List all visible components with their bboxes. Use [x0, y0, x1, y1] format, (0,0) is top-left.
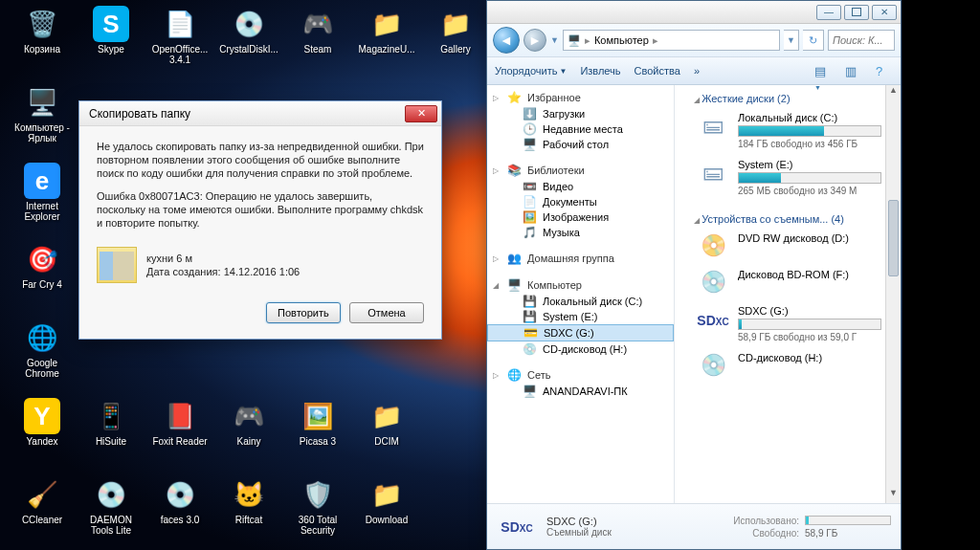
desktop-icon[interactable]: 🎯Far Cry 4 — [8, 241, 77, 314]
drive-item[interactable]: 🖴System (E:)265 МБ свободно из 349 М — [679, 155, 897, 202]
app-icon: 🐱 — [231, 476, 267, 513]
desktop-icon[interactable]: 📄OpenOffice... 3.4.1 — [145, 6, 214, 78]
window-close-button[interactable]: ✕ — [872, 5, 897, 20]
scrollbar[interactable]: ▲ ▼ — [885, 85, 901, 503]
app-icon: 📁 — [368, 398, 405, 434]
navigation-pane: ⭐Избранное ⬇️Загрузки🕒Недавние места🖥️Ра… — [487, 85, 675, 503]
forward-button[interactable]: ► — [523, 29, 546, 52]
app-icon: 📱 — [93, 398, 129, 434]
homegroup-header[interactable]: 👥Домашняя группа — [487, 250, 674, 267]
sidebar-item[interactable]: 🕒Недавние места — [487, 121, 674, 137]
capacity-bar — [738, 172, 881, 184]
sidebar-item[interactable]: 📼Видео — [487, 179, 674, 194]
sidebar-item-label: System (E:) — [543, 311, 597, 322]
refresh-button[interactable]: ↻ — [803, 30, 824, 51]
preview-pane-icon[interactable]: ▥ — [845, 64, 862, 77]
removable-group-header[interactable]: Устройства со съемным... (4) — [679, 211, 897, 229]
sidebar-item[interactable]: 📄Документы — [487, 194, 674, 209]
scroll-up-icon[interactable]: ▲ — [886, 85, 901, 100]
desktop-icon[interactable]: 🌐Google Chrome — [8, 319, 77, 392]
dialog-close-button[interactable]: ✕ — [405, 105, 437, 122]
capacity-bar — [738, 319, 881, 330]
drive-item[interactable]: 🖴Локальный диск (C:)184 ГБ свободно из 4… — [679, 108, 897, 155]
sidebar-item[interactable]: 💾System (E:) — [487, 309, 674, 324]
desktop-icon[interactable]: 📁DCIM — [352, 398, 421, 471]
desktop-icon[interactable]: 🎮Steam — [283, 6, 352, 78]
sidebar-item[interactable]: 🖥️Рабочий стол — [487, 137, 674, 152]
desktop-icon[interactable]: 📁Download — [352, 476, 421, 549]
desktop-icon[interactable]: SSkype — [77, 6, 145, 78]
sidebar-item[interactable]: 💾Локальный диск (C:) — [487, 294, 674, 309]
scroll-down-icon[interactable]: ▼ — [886, 488, 901, 503]
icon-label: Foxit Reader — [152, 436, 207, 447]
app-icon: 🧹 — [24, 476, 60, 513]
scroll-thumb[interactable] — [888, 200, 899, 276]
drive-item[interactable]: 💿CD-дисковод (H:) — [679, 348, 897, 385]
toolbar-overflow[interactable]: » — [694, 65, 700, 77]
desktop-icon[interactable]: 📁Gallery — [421, 6, 490, 78]
app-icon: 🎮 — [300, 6, 336, 42]
retry-button[interactable]: Повторить — [266, 302, 341, 323]
sidebar-item[interactable]: 🖼️Изображения — [487, 209, 674, 225]
desktop-icon[interactable]: 📱HiSuite — [77, 398, 145, 471]
sidebar-item-label: SDXC (G:) — [544, 327, 594, 339]
view-options-icon[interactable]: ▤ ▼ — [814, 64, 832, 77]
desktop-icon[interactable]: 🖥️Компьютер - Ярлык — [8, 84, 77, 157]
network-header[interactable]: 🌐Сеть — [487, 366, 674, 384]
app-icon: 📄 — [162, 6, 198, 42]
details-subtitle: Съемный диск — [546, 527, 724, 538]
desktop-icon[interactable]: 🛡️360 Total Security — [283, 476, 352, 549]
sidebar-item-label: ANANDARAVI-ПК — [543, 385, 628, 397]
cancel-button[interactable]: Отмена — [349, 302, 424, 323]
desktop-icon[interactable]: 🎮Kainy — [214, 398, 283, 471]
drive-item[interactable]: SDXCSDXC (G:)58,9 ГБ свободно из 59,0 Г — [679, 301, 897, 348]
drive-name: System (E:) — [738, 159, 891, 170]
hdd-group-header[interactable]: Жесткие диски (2) — [679, 91, 897, 108]
folder-icon: 🖥️ — [522, 138, 537, 151]
desktop-icon[interactable]: 🧹CCleaner — [8, 476, 77, 549]
sidebar-item[interactable]: ⬇️Загрузки — [487, 106, 674, 121]
folder-icon: 📼 — [522, 180, 537, 193]
desktop-icon[interactable]: 💿CrystalDiskI... — [214, 6, 283, 78]
sidebar-item[interactable]: 🎵Музыка — [487, 225, 674, 240]
maximize-button[interactable] — [844, 5, 869, 20]
sidebar-item[interactable]: 💿CD-дисковод (H:) — [487, 341, 674, 357]
folder-icon: 🕒 — [522, 122, 537, 136]
computer-header[interactable]: 🖥️Компьютер — [487, 276, 674, 294]
address-dropdown-button[interactable]: ▼ — [784, 30, 799, 51]
app-icon: 📁 — [368, 476, 405, 513]
back-button[interactable]: ◄ — [493, 27, 520, 54]
desktop-icon[interactable]: YYandex — [8, 398, 77, 471]
help-icon[interactable]: ? — [876, 64, 893, 77]
capacity-bar — [738, 125, 881, 137]
desktop-icon[interactable]: 🖼️Picasa 3 — [283, 398, 352, 471]
desktop-icon[interactable]: 🗑️Корзина — [8, 6, 77, 78]
address-bar[interactable]: 🖥️ ▸ Компьютер ▸ — [563, 30, 780, 51]
favorites-header[interactable]: ⭐Избранное — [487, 89, 674, 106]
desktop-icon[interactable]: 📁MagazineU... — [352, 6, 421, 78]
dialog-titlebar[interactable]: Скопировать папку ✕ — [79, 101, 441, 126]
sidebar-item-label: Документы — [543, 196, 597, 208]
search-input[interactable] — [828, 30, 895, 51]
organize-menu[interactable]: Упорядочить ▼ — [495, 65, 567, 77]
sidebar-item[interactable]: 🖥️ANANDARAVI-ПК — [487, 384, 674, 399]
sidebar-item-label: Загрузки — [543, 108, 585, 120]
minimize-button[interactable]: — — [816, 5, 841, 20]
desktop-icon[interactable]: 💿faces 3.0 — [145, 476, 214, 549]
desktop-icon[interactable]: 🐱Riftcat — [214, 476, 283, 549]
properties-button[interactable]: Свойства — [635, 65, 680, 77]
drive-item[interactable]: 📀DVD RW дисковод (D:) — [679, 229, 897, 265]
libraries-header[interactable]: 📚Библиотеки — [487, 162, 674, 179]
drive-free-text: 58,9 ГБ свободно из 59,0 Г — [738, 332, 891, 342]
breadcrumb-root[interactable]: Компьютер — [594, 34, 649, 46]
desktop-icon[interactable]: 💿DAEMON Tools Lite — [77, 476, 145, 549]
window-titlebar[interactable]: — ✕ — [487, 1, 901, 24]
app-icon: 💿 — [162, 476, 198, 513]
library-icon: 📚 — [506, 164, 522, 177]
desktop-icon[interactable]: eInternet Explorer — [8, 163, 77, 235]
extract-button[interactable]: Извлечь — [580, 65, 620, 77]
drive-item[interactable]: 💿Дисковод BD-ROM (F:) — [679, 265, 897, 301]
drive-icon: 📀 — [696, 232, 730, 259]
desktop-icon[interactable]: 📕Foxit Reader — [145, 398, 214, 471]
sidebar-item[interactable]: 💳SDXC (G:) — [487, 324, 674, 341]
